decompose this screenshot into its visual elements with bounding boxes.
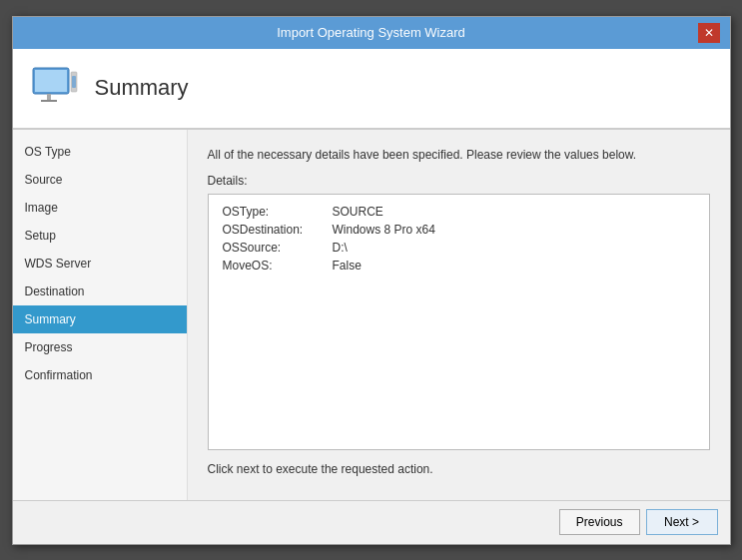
sidebar-item-source[interactable]: Source: [13, 166, 187, 194]
detail-key: OSType:: [223, 205, 333, 219]
detail-row: OSDestination:Windows 8 Pro x64: [223, 223, 695, 237]
detail-key: OSSource:: [223, 241, 333, 255]
detail-value: False: [333, 259, 362, 273]
svg-rect-3: [41, 100, 57, 102]
detail-row: MoveOS:False: [223, 259, 695, 273]
sidebar-item-confirmation[interactable]: Confirmation: [13, 361, 187, 389]
sidebar: OS TypeSourceImageSetupWDS ServerDestina…: [13, 130, 188, 500]
button-bar: Previous Next >: [13, 500, 730, 544]
close-button[interactable]: ✕: [698, 23, 720, 43]
svg-rect-5: [72, 76, 76, 88]
sidebar-item-progress[interactable]: Progress: [13, 333, 187, 361]
page-title: Summary: [95, 75, 189, 101]
sidebar-item-image[interactable]: Image: [13, 194, 187, 222]
title-bar: Import Operating System Wizard ✕: [13, 17, 730, 49]
sidebar-item-destination[interactable]: Destination: [13, 278, 187, 305]
detail-value: SOURCE: [333, 205, 383, 219]
detail-value: D:\: [333, 241, 348, 255]
details-box: OSType:SOURCEOSDestination:Windows 8 Pro…: [208, 194, 710, 450]
main-layout: OS TypeSourceImageSetupWDS ServerDestina…: [13, 130, 730, 500]
details-label: Details:: [208, 174, 710, 188]
wizard-window: Import Operating System Wizard ✕ Summary: [12, 16, 731, 545]
svg-rect-2: [47, 94, 51, 100]
sidebar-item-summary[interactable]: Summary: [13, 305, 187, 333]
detail-row: OSSource:D:\: [223, 241, 695, 255]
sidebar-item-os-type[interactable]: OS Type: [13, 138, 187, 166]
sidebar-item-setup[interactable]: Setup: [13, 222, 187, 250]
sidebar-item-wds-server[interactable]: WDS Server: [13, 250, 187, 278]
next-button[interactable]: Next >: [646, 509, 718, 535]
wizard-icon: [29, 62, 81, 114]
intro-text: All of the necessary details have been s…: [208, 146, 710, 164]
svg-rect-1: [35, 70, 67, 92]
detail-key: MoveOS:: [223, 259, 333, 273]
header-section: Summary: [13, 49, 730, 130]
window-title: Import Operating System Wizard: [45, 25, 698, 40]
footer-text: Click next to execute the requested acti…: [208, 462, 710, 476]
previous-button[interactable]: Previous: [559, 509, 640, 535]
right-panel: All of the necessary details have been s…: [188, 130, 730, 500]
detail-key: OSDestination:: [223, 223, 333, 237]
detail-value: Windows 8 Pro x64: [333, 223, 435, 237]
window-body: Summary OS TypeSourceImageSetupWDS Serve…: [13, 49, 730, 544]
detail-row: OSType:SOURCE: [223, 205, 695, 219]
